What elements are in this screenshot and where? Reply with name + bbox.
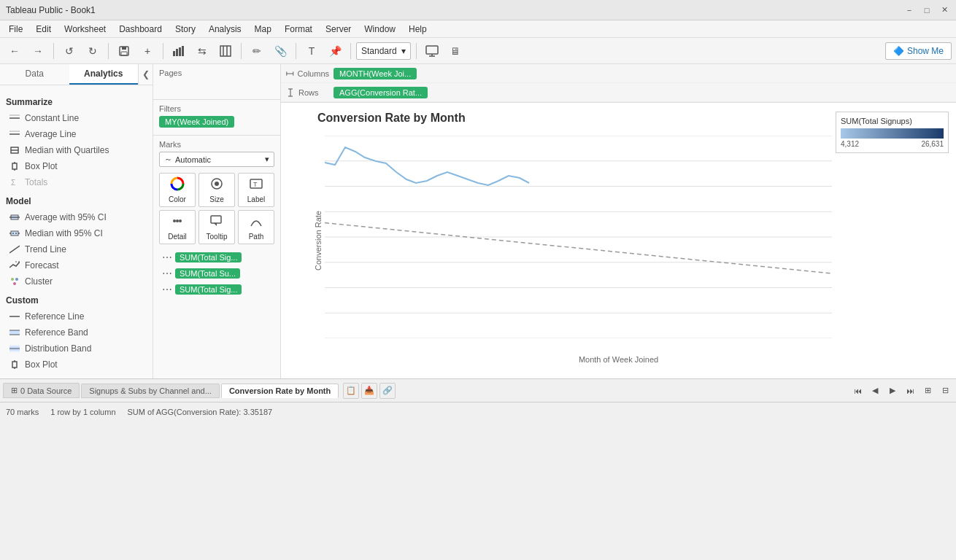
average-line-icon <box>9 128 20 140</box>
menu-worksheet[interactable]: Worksheet <box>58 23 112 36</box>
collapse-panel-button[interactable]: ❮ <box>138 64 153 85</box>
left-panel: Data Analytics ❮ Summarize Constant Line… <box>0 64 153 378</box>
svg-rect-4 <box>176 49 178 56</box>
menu-window[interactable]: Window <box>358 23 401 36</box>
average-ci-item[interactable]: Average with 95% CI <box>6 209 147 225</box>
median-quartiles-item[interactable]: Median with Quartiles <box>6 142 147 158</box>
conversion-rate-tab[interactable]: Conversion Rate by Month <box>221 384 339 398</box>
color-icon <box>170 176 185 194</box>
export-sheet-button[interactable]: 📥 <box>361 383 377 399</box>
nav-first-button[interactable]: ⏮ <box>849 383 866 399</box>
cluster-item[interactable]: Cluster <box>6 273 147 289</box>
path-button[interactable]: Path <box>238 210 274 244</box>
box-plot-custom-item[interactable]: Box Plot <box>6 357 147 373</box>
forward-button[interactable]: → <box>28 41 48 61</box>
save-button[interactable] <box>114 41 134 61</box>
svg-rect-25 <box>11 231 18 236</box>
pin-button[interactable]: 📌 <box>325 41 345 61</box>
size-button[interactable]: Size <box>198 173 235 207</box>
nav-next-button[interactable]: ▶ <box>884 383 901 399</box>
display-button[interactable] <box>422 41 442 61</box>
nav-last-button[interactable]: ⏭ <box>902 383 918 399</box>
columns-shelf: Columns MONTH(Week Joi... <box>281 64 956 83</box>
pen-button[interactable]: ✏ <box>247 41 267 61</box>
svg-rect-10 <box>426 46 438 54</box>
toolbar-sep-3 <box>163 43 163 59</box>
menu-map[interactable]: Map <box>249 23 277 36</box>
trend-line-item[interactable]: Trend Line <box>6 241 147 257</box>
rows-cols: 1 row by 1 column <box>50 408 115 416</box>
swap-button[interactable]: ⇆ <box>192 41 212 61</box>
color-button[interactable]: Color <box>159 173 196 207</box>
maximize-button[interactable]: □ <box>921 4 933 16</box>
nav-prev-button[interactable]: ◀ <box>867 383 883 399</box>
marks-type-dropdown[interactable]: ～ Automatic ▾ <box>159 152 274 167</box>
undo-button[interactable]: ↺ <box>59 41 80 61</box>
median-quartiles-icon <box>9 144 20 156</box>
constant-line-item[interactable]: Constant Line <box>6 110 147 126</box>
standard-dropdown[interactable]: Standard ▾ <box>356 42 411 60</box>
median-ci-icon <box>9 228 20 239</box>
totals-icon: Σ <box>9 176 20 188</box>
toolbar-sep-2 <box>108 43 109 59</box>
label-button[interactable]: T Label <box>238 173 274 207</box>
signups-subs-tab[interactable]: Signups & Subs by Channel and... <box>81 384 220 398</box>
median-ci-item[interactable]: Median with 95% CI <box>6 225 147 241</box>
sum-total-su-pill[interactable]: SUM(Total Su... <box>175 268 240 279</box>
toolbar: ← → ↺ ↻ + ⇆ ✏ 📎 T 📌 Standard ▾ 🖥 🔷 Show … <box>0 38 956 64</box>
filmstrip-view-button[interactable]: ⊟ <box>937 383 953 399</box>
sum-total-sig-pill-1[interactable]: SUM(Total Sig... <box>175 252 242 262</box>
menu-edit[interactable]: Edit <box>30 23 57 36</box>
rows-conversion-pill[interactable]: AGG(Conversion Rat... <box>334 87 428 98</box>
shelf-rows-cols: Columns MONTH(Week Joi... Rows AGG(Conve… <box>281 64 956 103</box>
marks-type-label: Automatic <box>175 155 211 164</box>
marks-properties-grid: Color Size T Label <box>159 173 274 244</box>
forecast-item[interactable]: Forecast <box>6 257 147 273</box>
tooltip-button[interactable]: Tooltip <box>198 210 235 244</box>
redo-button[interactable]: ↻ <box>82 41 103 61</box>
legend-box: SUM(Total Signups) 4,312 26,631 <box>836 112 949 153</box>
label-text-icon: T <box>249 176 263 194</box>
link-sheet-button[interactable]: 🔗 <box>379 383 396 399</box>
average-line-item[interactable]: Average Line <box>6 126 147 142</box>
text-button[interactable]: T <box>301 41 322 61</box>
fit-button[interactable] <box>215 41 236 61</box>
conversion-tab-label: Conversion Rate by Month <box>229 386 331 395</box>
menu-file[interactable]: File <box>3 23 28 36</box>
close-button[interactable]: ✕ <box>938 4 950 16</box>
datasource-tab[interactable]: ⊞ 0 Data Source <box>3 383 80 398</box>
dots-icon-3: ⋯ <box>162 284 172 295</box>
back-button[interactable]: ← <box>4 41 25 61</box>
filters-section: Filters MY(Week Joined) <box>153 100 280 136</box>
minimize-button[interactable]: − <box>903 4 915 16</box>
tab-data[interactable]: Data <box>0 64 69 85</box>
show-me-button[interactable]: 🔷 Show Me <box>885 42 952 60</box>
menu-story[interactable]: Story <box>169 23 201 36</box>
menu-help[interactable]: Help <box>403 23 433 36</box>
chart-type-button[interactable] <box>169 41 189 61</box>
filter-week-joined[interactable]: MY(Week Joined) <box>159 116 234 128</box>
menu-analysis[interactable]: Analysis <box>203 23 247 36</box>
reference-line-item[interactable]: Reference Line <box>6 308 147 324</box>
color-label: Color <box>169 195 186 203</box>
menu-server[interactable]: Server <box>320 23 357 36</box>
columns-month-pill[interactable]: MONTH(Week Joi... <box>334 68 417 79</box>
box-plot-custom-icon <box>9 359 20 370</box>
clip-button[interactable]: 📎 <box>270 41 290 61</box>
detail-button[interactable]: Detail <box>159 210 196 244</box>
grid-view-button[interactable]: ⊞ <box>920 383 936 399</box>
sum-total-sig-pill-2[interactable]: SUM(Total Sig... <box>175 284 242 295</box>
distribution-band-item[interactable]: Distribution Band <box>6 341 147 357</box>
menu-dashboard[interactable]: Dashboard <box>113 23 168 36</box>
svg-point-29 <box>11 278 14 281</box>
reference-band-item[interactable]: Reference Band <box>6 324 147 341</box>
menu-format[interactable]: Format <box>279 23 318 36</box>
detail-icon <box>170 214 185 231</box>
title-bar: Tableau Public - Book1 − □ ✕ <box>0 0 956 20</box>
summarize-section-title: Summarize <box>6 97 147 107</box>
present-button[interactable]: 🖥 <box>445 41 466 61</box>
duplicate-sheet-button[interactable]: 📋 <box>343 383 359 399</box>
new-sheet-button[interactable]: + <box>137 41 158 61</box>
tab-analytics[interactable]: Analytics <box>69 64 139 85</box>
box-plot-summarize-item[interactable]: Box Plot <box>6 158 147 174</box>
